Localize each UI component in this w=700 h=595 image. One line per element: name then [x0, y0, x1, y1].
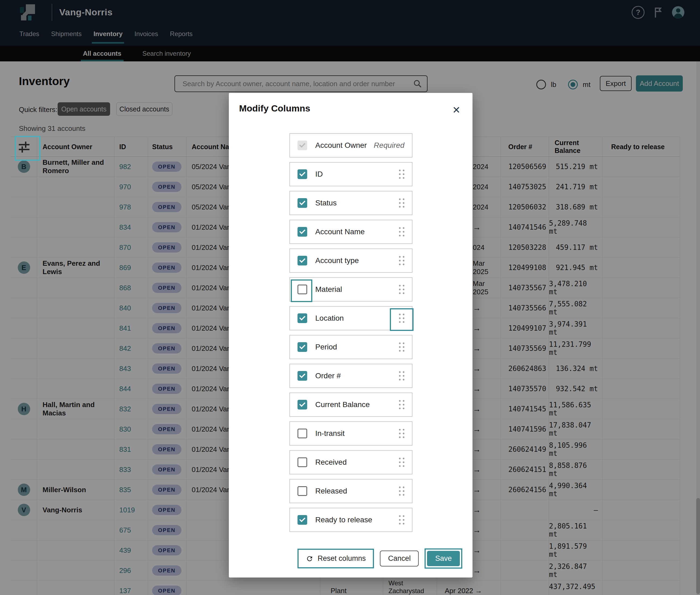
cancel-button[interactable]: Cancel — [380, 550, 419, 566]
column-item-received: Received — [289, 450, 413, 474]
checkbox-status[interactable] — [298, 198, 307, 208]
drag-handle-icon[interactable] — [399, 227, 404, 236]
column-item-material: Material — [289, 277, 413, 302]
column-item-label: Material — [315, 285, 399, 294]
column-item-label: Account type — [315, 256, 399, 265]
column-item-label: Period — [315, 343, 399, 351]
modify-columns-dialog: Modify Columns ✕ Account OwnerRequiredID… — [229, 93, 473, 577]
annotation-box-reset: Reset columns — [298, 549, 374, 568]
column-item-account-type: Account type — [289, 249, 413, 273]
drag-handle-icon[interactable] — [399, 458, 404, 467]
checkbox-in-transit[interactable] — [298, 429, 307, 438]
column-item-account-owner: Account OwnerRequired — [289, 133, 413, 158]
column-item-label: Order # — [315, 372, 399, 380]
drag-handle-icon[interactable] — [399, 342, 404, 351]
checkbox-received[interactable] — [298, 457, 307, 467]
drag-handle-icon[interactable] — [399, 285, 404, 294]
column-item-label: Ready to release — [315, 516, 399, 524]
dialog-title: Modify Columns — [239, 103, 310, 114]
drag-handle-icon[interactable] — [399, 429, 404, 438]
drag-handle-icon[interactable] — [399, 198, 404, 207]
column-list: Account OwnerRequiredIDStatusAccount Nam… — [289, 133, 413, 532]
annotation-box-modify-columns — [15, 136, 40, 161]
dialog-actions: Reset columns Cancel Save — [298, 548, 462, 569]
checkbox-id[interactable] — [298, 169, 307, 179]
column-item-id: ID — [289, 162, 413, 186]
checkbox-account-name[interactable] — [298, 227, 307, 237]
reset-columns-button[interactable]: Reset columns — [300, 551, 372, 566]
app-window: Vang-Norris Trades Shipments Inventory I… — [0, 0, 700, 595]
column-item-label: ID — [315, 170, 399, 178]
checkbox-period[interactable] — [298, 342, 307, 352]
column-item-order: Order # — [289, 364, 413, 388]
column-item-label: Released — [315, 487, 399, 495]
close-icon[interactable]: ✕ — [450, 104, 462, 116]
column-item-label: In-transit — [315, 429, 399, 438]
checkbox-ready-to-release[interactable] — [298, 515, 307, 525]
column-item-label: Received — [315, 458, 399, 466]
checkbox-order[interactable] — [298, 371, 307, 381]
drag-handle-icon[interactable] — [399, 170, 404, 179]
column-item-label: Account Owner — [315, 141, 374, 150]
required-note: Required — [374, 141, 404, 150]
checkbox-account-type[interactable] — [298, 256, 307, 265]
column-item-period: Period — [289, 335, 413, 359]
drag-handle-icon[interactable] — [399, 486, 404, 495]
column-item-status: Status — [289, 191, 413, 215]
column-item-ready-to-release: Ready to release — [289, 508, 413, 532]
checkbox-account-owner — [298, 141, 307, 150]
save-button[interactable]: Save — [427, 551, 460, 566]
drag-handle-icon[interactable] — [399, 515, 404, 525]
column-item-location: Location — [289, 306, 413, 330]
drag-handle-icon[interactable] — [399, 400, 404, 409]
drag-handle-icon[interactable] — [399, 371, 404, 380]
checkbox-released[interactable] — [298, 486, 307, 496]
column-item-label: Account Name — [315, 227, 399, 236]
column-item-label: Current Balance — [315, 400, 399, 409]
drag-handle-icon[interactable] — [399, 314, 404, 323]
refresh-icon — [306, 555, 313, 562]
column-item-label: Status — [315, 199, 399, 207]
drag-handle-icon[interactable] — [399, 256, 404, 265]
checkbox-location[interactable] — [298, 313, 307, 323]
column-item-current-balance: Current Balance — [289, 393, 413, 417]
column-item-released: Released — [289, 479, 413, 503]
column-item-account-name: Account Name — [289, 220, 413, 244]
column-item-in-transit: In-transit — [289, 421, 413, 446]
checkbox-material[interactable] — [298, 285, 307, 294]
annotation-box-save: Save — [425, 548, 462, 569]
checkbox-current-balance[interactable] — [298, 400, 307, 409]
column-item-label: Location — [315, 314, 399, 322]
